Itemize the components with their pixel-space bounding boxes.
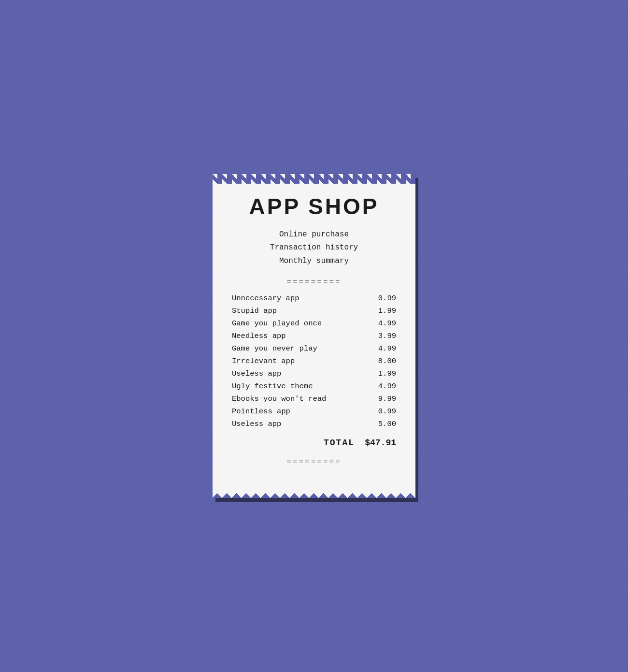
item-price-7: 4.99 bbox=[372, 382, 396, 391]
item-row-0: Unnecessary app0.99 bbox=[232, 294, 396, 303]
subtitle-line-3: Monthly summary bbox=[232, 255, 396, 268]
item-name-0: Unnecessary app bbox=[232, 294, 372, 303]
total-row: TOTAL $47.91 bbox=[232, 438, 396, 448]
item-price-1: 1.99 bbox=[372, 307, 396, 315]
item-row-5: Irrelevant app8.00 bbox=[232, 357, 396, 365]
item-row-1: Stupid app1.99 bbox=[232, 307, 396, 315]
items-list: Unnecessary app0.99Stupid app1.99Game yo… bbox=[232, 294, 396, 428]
item-price-9: 0.99 bbox=[372, 407, 396, 416]
item-name-7: Ugly festive theme bbox=[232, 382, 372, 391]
item-name-10: Useless app bbox=[232, 420, 372, 428]
total-label: TOTAL bbox=[324, 438, 355, 448]
item-row-6: Useless app1.99 bbox=[232, 369, 396, 378]
divider-top: ========= bbox=[232, 278, 396, 286]
total-amount: $47.91 bbox=[362, 438, 396, 448]
receipt-title: APP SHOP bbox=[232, 193, 396, 219]
item-row-7: Ugly festive theme4.99 bbox=[232, 382, 396, 391]
item-row-3: Needless app3.99 bbox=[232, 332, 396, 340]
receipt: APP SHOP Online purchase Transaction his… bbox=[213, 174, 415, 498]
item-price-5: 8.00 bbox=[372, 357, 396, 365]
item-row-9: Pointless app0.99 bbox=[232, 407, 396, 416]
receipt-subtitle: Online purchase Transaction history Mont… bbox=[232, 228, 396, 268]
item-name-1: Stupid app bbox=[232, 307, 372, 315]
item-price-0: 0.99 bbox=[372, 294, 396, 303]
item-price-10: 5.00 bbox=[372, 420, 396, 428]
item-name-6: Useless app bbox=[232, 369, 372, 378]
item-price-2: 4.99 bbox=[372, 319, 396, 328]
item-name-9: Pointless app bbox=[232, 407, 372, 416]
item-name-4: Game you never play bbox=[232, 344, 372, 353]
item-price-4: 4.99 bbox=[372, 344, 396, 353]
item-row-2: Game you played once4.99 bbox=[232, 319, 396, 328]
subtitle-line-1: Online purchase bbox=[232, 228, 396, 241]
receipt-top-edge bbox=[213, 174, 415, 184]
item-name-2: Game you played once bbox=[232, 319, 372, 328]
item-name-8: Ebooks you won't read bbox=[232, 394, 372, 403]
item-row-8: Ebooks you won't read9.99 bbox=[232, 394, 396, 403]
divider-bottom: ========= bbox=[232, 457, 396, 466]
item-price-6: 1.99 bbox=[372, 369, 396, 378]
receipt-wrapper: APP SHOP Online purchase Transaction his… bbox=[213, 174, 415, 498]
item-name-3: Needless app bbox=[232, 332, 372, 340]
item-price-3: 3.99 bbox=[372, 332, 396, 340]
receipt-bottom-edge bbox=[213, 488, 415, 498]
item-row-10: Useless app5.00 bbox=[232, 420, 396, 428]
receipt-body: APP SHOP Online purchase Transaction his… bbox=[213, 184, 415, 488]
item-price-8: 9.99 bbox=[372, 394, 396, 403]
item-row-4: Game you never play4.99 bbox=[232, 344, 396, 353]
item-name-5: Irrelevant app bbox=[232, 357, 372, 365]
subtitle-line-2: Transaction history bbox=[232, 241, 396, 254]
